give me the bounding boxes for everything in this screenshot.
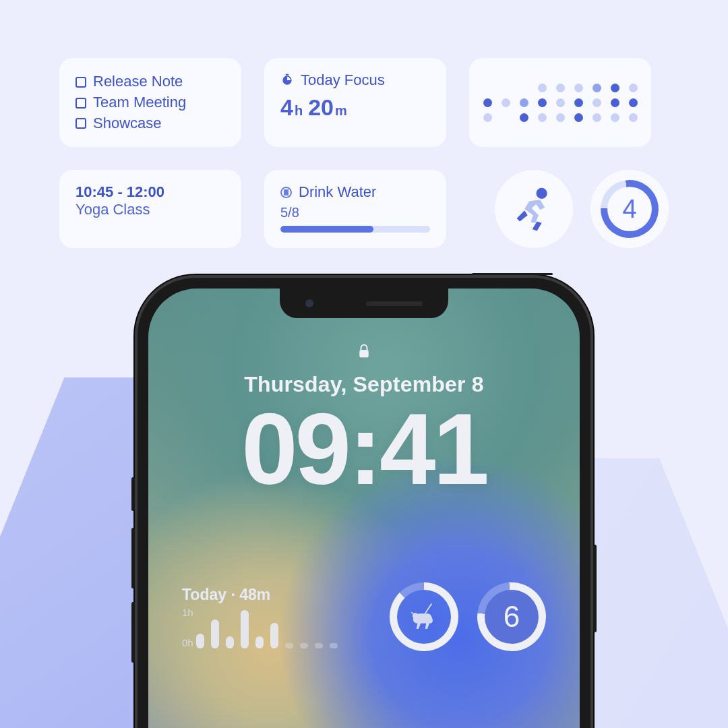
running-person-icon <box>509 184 559 234</box>
lock-screen-chart-widget[interactable]: Today · 48m 1h 0h <box>182 586 338 648</box>
chart-bar <box>255 636 264 648</box>
event-name: Yoga Class <box>75 201 225 218</box>
chart-bar <box>241 610 249 648</box>
focus-hours-unit: h <box>295 103 303 119</box>
timer-icon <box>280 73 294 87</box>
progress-ring-icon: 4 <box>597 177 662 242</box>
svg-rect-2 <box>359 350 369 357</box>
water-widget[interactable]: Drink Water 5/8 <box>264 170 446 248</box>
phone-volume-up-button <box>131 528 135 588</box>
lock-screen-time: 09:41 <box>148 391 580 508</box>
focus-widget[interactable]: Today Focus 4 h 20 m <box>264 58 446 147</box>
ring-value: 6 <box>504 600 520 634</box>
checklist-item-label: Release Note <box>93 71 183 92</box>
front-camera-icon <box>305 299 313 307</box>
phone-antenna-band <box>472 273 553 275</box>
lock-icon <box>358 344 370 360</box>
chart-bars <box>196 608 338 648</box>
event-time: 10:45 - 12:00 <box>75 183 225 201</box>
cup-icon <box>280 187 292 198</box>
checkbox-icon[interactable] <box>75 118 86 129</box>
water-progress-bar <box>280 226 430 233</box>
chart-y-axis: 1h 0h <box>182 607 193 648</box>
chart-bar <box>330 643 338 648</box>
water-title-label: Drink Water <box>299 183 376 201</box>
y-axis-label: 0h <box>182 637 193 648</box>
chart-bar <box>300 643 308 648</box>
focus-minutes: 20 <box>308 94 334 121</box>
svg-line-3 <box>425 604 432 614</box>
chart-bar <box>315 643 323 648</box>
lock-screen-widgets: Today · 48m 1h 0h <box>182 582 546 651</box>
focus-minutes-unit: m <box>335 103 347 119</box>
chart-bar <box>270 623 278 648</box>
svg-point-4 <box>413 613 418 618</box>
y-axis-label: 1h <box>182 607 193 618</box>
chart-title: Today · 48m <box>182 586 338 604</box>
chart-bar <box>196 634 204 648</box>
water-progress-fill <box>280 226 373 233</box>
checkbox-icon[interactable] <box>75 77 86 88</box>
checklist-item[interactable]: Team Meeting <box>75 92 225 113</box>
checklist-item-label: Team Meeting <box>93 92 186 113</box>
phone-power-button <box>593 545 597 632</box>
phone-notch <box>280 289 448 318</box>
checklist-item[interactable]: Release Note <box>75 71 225 92</box>
checklist-item-label: Showcase <box>93 113 162 134</box>
water-count: 5/8 <box>280 205 430 220</box>
chart-bar <box>285 643 293 648</box>
widgets-area: Release Note Team Meeting Showcase Today… <box>59 58 669 248</box>
calendar-event-widget[interactable]: 10:45 - 12:00 Yoga Class <box>59 170 241 248</box>
svg-rect-0 <box>286 74 289 75</box>
checkbox-icon[interactable] <box>75 98 86 109</box>
lock-screen-pet-widget[interactable] <box>390 582 458 651</box>
widget-row-1: Release Note Team Meeting Showcase Today… <box>59 58 669 147</box>
checklist-widget[interactable]: Release Note Team Meeting Showcase <box>59 58 241 147</box>
dot-grid-widget[interactable] <box>469 58 651 147</box>
speaker-grille-icon <box>366 301 423 306</box>
lock-screen[interactable]: Thursday, September 8 09:41 Today · 48m … <box>148 289 580 728</box>
phone-side-button <box>131 477 135 511</box>
focus-hours: 4 <box>280 94 293 121</box>
focus-time-value: 4 h 20 m <box>280 94 430 121</box>
focus-title-label: Today Focus <box>301 71 385 89</box>
phone-mockup: Thursday, September 8 09:41 Today · 48m … <box>135 275 593 728</box>
svg-point-1 <box>536 188 547 199</box>
streak-ring-widget[interactable]: 4 <box>590 170 669 248</box>
lock-screen-ring-widget[interactable]: 6 <box>475 580 549 654</box>
widget-row-2: 10:45 - 12:00 Yoga Class Drink Water 5/8 <box>59 170 669 248</box>
ring-value: 4 <box>622 195 636 224</box>
phone-volume-down-button <box>131 602 135 663</box>
checklist-item[interactable]: Showcase <box>75 113 225 134</box>
dog-walking-icon <box>406 599 442 634</box>
chart-bar <box>226 636 234 648</box>
activity-widget[interactable] <box>495 170 573 248</box>
chart-bar <box>211 619 219 648</box>
